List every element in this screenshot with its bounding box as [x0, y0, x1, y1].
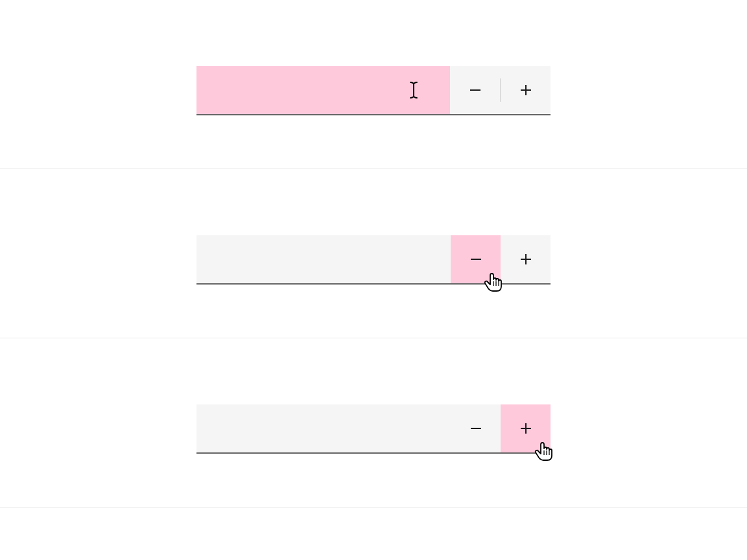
text-cursor-icon — [409, 81, 419, 99]
plus-icon — [521, 254, 531, 264]
minus-icon — [470, 89, 480, 91]
copies-input[interactable] — [196, 66, 450, 114]
number-stepper — [196, 66, 551, 115]
stepper-state-plus-hover — [0, 338, 747, 508]
copies-input[interactable] — [196, 404, 451, 452]
plus-icon — [521, 85, 531, 95]
increment-button[interactable] — [501, 235, 551, 283]
stepper-container — [196, 222, 551, 285]
stepper-container — [196, 391, 551, 454]
decrement-button[interactable] — [450, 66, 500, 114]
decrement-button[interactable] — [451, 404, 501, 452]
minus-icon — [471, 428, 481, 429]
number-stepper — [196, 404, 551, 454]
stepper-state-input-hover — [0, 0, 747, 169]
plus-icon — [521, 423, 531, 434]
increment-button[interactable] — [501, 66, 551, 114]
pointer-cursor-icon — [482, 272, 503, 294]
number-stepper — [196, 235, 551, 285]
stepper-state-minus-hover — [0, 169, 747, 338]
copies-input[interactable] — [196, 235, 451, 283]
pointer-cursor-icon — [532, 441, 553, 463]
stepper-container — [196, 53, 551, 115]
minus-icon — [471, 259, 481, 260]
